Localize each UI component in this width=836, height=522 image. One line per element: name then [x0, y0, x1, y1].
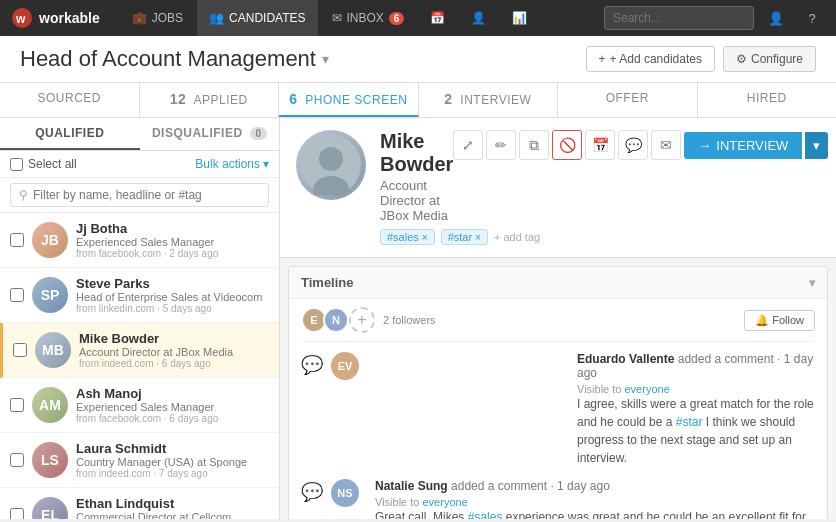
nav-jobs[interactable]: 💼 JOBS — [120, 0, 195, 36]
candidate-checkbox[interactable] — [10, 453, 24, 467]
arrow-right-icon: → — [698, 138, 711, 153]
comment-icon-1: 💬 — [301, 354, 323, 467]
selected-candidate-avatar — [296, 130, 366, 200]
qualified-tabs: QUALIFIED DISQUALIFIED 0 — [0, 118, 279, 151]
configure-button[interactable]: ⚙ Configure — [723, 46, 816, 72]
copy-icon-btn[interactable]: ⧉ — [519, 130, 549, 160]
candidate-item-laura-schmidt[interactable]: LS Laura Schmidt Country Manager (USA) a… — [0, 433, 279, 488]
tag-star[interactable]: #star × — [441, 229, 488, 245]
tab-applied[interactable]: 12 APPLIED — [140, 83, 280, 117]
candidate-header: Mike Bowder Account Director at JBox Med… — [280, 118, 836, 258]
nav-chart[interactable]: 📊 — [500, 0, 539, 36]
candidate-info: Mike Bowder Account Director at JBox Med… — [79, 331, 269, 369]
tab-interview[interactable]: 2 INTERVIEW — [419, 83, 559, 117]
followers-count: 2 followers — [383, 314, 744, 326]
filter-input[interactable] — [33, 188, 260, 202]
comment-visible-1: Visible to everyone — [577, 383, 815, 395]
calendar-icon-btn[interactable]: 📅 — [585, 130, 615, 160]
tab-disqualified[interactable]: DISQUALIFIED 0 — [140, 118, 280, 150]
calendar-icon: 📅 — [430, 11, 445, 25]
comment-item-2: 💬 NS Natalie Sung added a comment · 1 da… — [301, 479, 815, 519]
candidate-checkbox[interactable] — [10, 288, 24, 302]
remove-tag-sales[interactable]: × — [422, 232, 428, 243]
app-name: workable — [39, 10, 100, 26]
comment-avatar-2: NS — [331, 479, 367, 519]
navbar: w workable 💼 JOBS 👥 CANDIDATES ✉ INBOX 6… — [0, 0, 836, 36]
follow-button[interactable]: 🔔 Follow — [744, 310, 815, 331]
avatar: LS — [32, 442, 68, 478]
candidate-tags: #sales × #star × + add tag — [380, 229, 828, 245]
chart-icon: 📊 — [512, 11, 527, 25]
gear-icon: ⚙ — [736, 52, 747, 66]
timeline-header: Timeline ▾ — [289, 267, 827, 299]
avatar: MB — [35, 332, 71, 368]
candidate-item-ash-manoj[interactable]: AM Ash Manoj Experienced Sales Manager f… — [0, 378, 279, 433]
chevron-down-icon: ▾ — [263, 157, 269, 171]
edit-icon-btn[interactable]: ✏ — [486, 130, 516, 160]
candidate-item-jj-botha[interactable]: JB Jj Botha Experienced Sales Manager fr… — [0, 213, 279, 268]
inbox-badge: 6 — [389, 12, 405, 25]
people-icon: 👥 — [209, 11, 224, 25]
select-all-checkbox[interactable] — [10, 158, 23, 171]
comment-visible-2: Visible to everyone — [375, 496, 815, 508]
candidate-checkbox[interactable] — [10, 508, 24, 519]
nav-inbox[interactable]: ✉ INBOX 6 — [320, 0, 417, 36]
candidate-checkbox[interactable] — [10, 398, 24, 412]
select-all-control[interactable]: Select all — [10, 157, 77, 171]
bulk-actions-button[interactable]: Bulk actions ▾ — [195, 157, 269, 171]
filter-icon: ⚲ — [19, 188, 28, 202]
comment-content-2: Natalie Sung added a comment · 1 day ago… — [375, 479, 815, 519]
commenter-avatar-1: EV — [331, 352, 359, 380]
timeline-chevron[interactable]: ▾ — [809, 276, 815, 290]
nav-person[interactable]: 👤 — [459, 0, 498, 36]
nav-calendar[interactable]: 📅 — [418, 0, 457, 36]
comment-avatar-1: EV — [331, 352, 569, 467]
avatar: JB — [32, 222, 68, 258]
add-follower-btn[interactable]: + — [349, 307, 375, 333]
expand-icon-btn[interactable]: ⤢ — [453, 130, 483, 160]
comment-icon-btn[interactable]: 💬 — [618, 130, 648, 160]
stage-tabs: SOURCED 12 APPLIED 6 PHONE SCREEN 2 INTE… — [0, 83, 836, 118]
interview-dropdown-button[interactable]: ▾ — [805, 132, 828, 159]
tab-sourced[interactable]: SOURCED — [0, 83, 140, 117]
nav-candidates[interactable]: 👥 CANDIDATES — [197, 0, 317, 36]
remove-tag-star[interactable]: × — [475, 232, 481, 243]
comment-header-1: Eduardo Vallente added a comment · 1 day… — [577, 352, 815, 380]
candidate-controls: Select all Bulk actions ▾ — [0, 151, 279, 178]
candidate-item-mike-bowder[interactable]: MB Mike Bowder Account Director at JBox … — [0, 323, 279, 378]
add-tag-btn[interactable]: + add tag — [494, 231, 540, 243]
right-scroll-area: Timeline ▾ E N + 2 followers 🔔 Follow — [280, 258, 836, 519]
page-title-dropdown[interactable]: ▾ — [322, 51, 329, 67]
comment-item-1: 💬 EV Eduardo Vallente added a comment · … — [301, 352, 815, 467]
tab-offer[interactable]: OFFER — [558, 83, 698, 117]
reject-icon-btn[interactable]: 🚫 — [552, 130, 582, 160]
candidate-info: Ash Manoj Experienced Sales Manager from… — [76, 386, 269, 424]
plus-icon: + — [599, 52, 606, 66]
page-title: Head of Account Management ▾ — [20, 46, 329, 72]
candidate-item-steve-parks[interactable]: SP Steve Parks Head of Enterprise Sales … — [0, 268, 279, 323]
candidate-info: Jj Botha Experienced Sales Manager from … — [76, 221, 269, 259]
tab-qualified[interactable]: QUALIFIED — [0, 118, 140, 150]
email-icon-btn[interactable]: ✉ — [651, 130, 681, 160]
candidate-item-ethan-lindquist[interactable]: EL Ethan Lindquist Commercial Director a… — [0, 488, 279, 519]
add-candidates-button[interactable]: + + Add candidates — [586, 46, 715, 72]
tab-phone-screen[interactable]: 6 PHONE SCREEN — [279, 83, 419, 117]
bell-icon: 🔔 — [755, 314, 769, 327]
candidate-checkbox[interactable] — [10, 233, 24, 247]
candidate-checkbox[interactable] — [13, 343, 27, 357]
selected-candidate-name: Mike Bowder — [380, 130, 453, 176]
candidate-name-block: Mike Bowder Account Director at JBox Med… — [380, 130, 453, 223]
comment-text-1: I agree, skills were a great match for t… — [577, 395, 815, 467]
avatar: SP — [32, 277, 68, 313]
tag-sales[interactable]: #sales × — [380, 229, 435, 245]
help-btn[interactable]: ? — [798, 4, 826, 32]
search-input[interactable] — [604, 6, 754, 30]
app-logo[interactable]: w workable — [10, 6, 100, 30]
commenter-avatar-2: NS — [331, 479, 359, 507]
interview-button[interactable]: → INTERVIEW — [684, 132, 802, 159]
action-buttons: ⤢ ✏ ⧉ 🚫 📅 💬 ✉ → INTERVIEW ▾ — [453, 130, 828, 160]
disqualified-count: 0 — [250, 127, 266, 140]
tab-hired[interactable]: HIRED — [698, 83, 837, 117]
user-avatar-btn[interactable]: 👤 — [762, 4, 790, 32]
comment-text-2: Great call. Mikes #sales experience was … — [375, 508, 815, 519]
